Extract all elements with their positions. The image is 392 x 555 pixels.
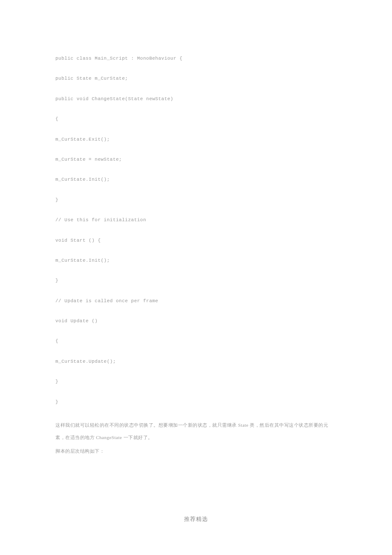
code-line: { xyxy=(55,338,337,344)
code-line: // Use this for initialization xyxy=(55,217,337,223)
code-line: m_CurState.Init(); xyxy=(55,257,337,264)
document-body: public class Main_Script : MonoBehaviour… xyxy=(0,0,392,457)
code-line: } xyxy=(55,399,337,405)
code-line: // Update is called once per frame xyxy=(55,298,337,304)
code-line: public class Main_Script : MonoBehaviour… xyxy=(55,55,337,62)
code-line: public State m_CurState; xyxy=(55,75,337,82)
code-line: public void ChangeState(State newState) xyxy=(55,96,337,102)
code-line: m_CurState.Exit(); xyxy=(55,136,337,143)
prose-block: 这样我们就可以轻松的在不同的状态中切换了。想要增加一个新的状态，就只需继承 St… xyxy=(55,419,337,457)
page-footer: 推荐精选 xyxy=(0,515,392,523)
code-line: } xyxy=(55,379,337,385)
paragraph: 脚本的层次结构如下： xyxy=(55,445,337,457)
code-line: } xyxy=(55,197,337,203)
paragraph: 这样我们就可以轻松的在不同的状态中切换了。想要增加一个新的状态，就只需继承 St… xyxy=(55,419,337,443)
code-line: m_CurState.Init(); xyxy=(55,176,337,183)
code-line: m_CurState.Update(); xyxy=(55,358,337,365)
code-line: m_CurState = newState; xyxy=(55,156,337,163)
code-line: void Update () xyxy=(55,318,337,324)
code-line: void Start () { xyxy=(55,237,337,244)
code-line: } xyxy=(55,278,337,284)
code-line: { xyxy=(55,116,337,122)
